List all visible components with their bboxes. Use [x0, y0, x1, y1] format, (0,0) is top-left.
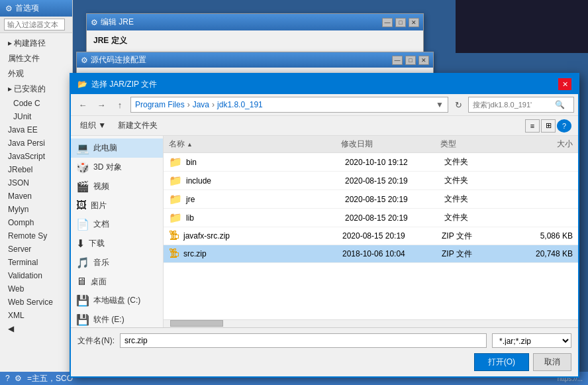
sidebar-item-arrow[interactable]: ◀: [0, 322, 72, 335]
sidebar-item-json[interactable]: JSON: [0, 176, 72, 190]
source-maximize-btn[interactable]: □: [405, 56, 416, 65]
source-minimize-btn[interactable]: —: [392, 56, 403, 65]
folder-icon-lib: 📁: [169, 211, 182, 224]
path-sep-2: ›: [212, 100, 215, 109]
nav-item-video[interactable]: 🎬 视频: [71, 177, 163, 196]
sidebar-item-javascript[interactable]: JavaScript: [0, 150, 72, 163]
sidebar-item-java-ee[interactable]: Java EE: [0, 123, 72, 137]
back-button[interactable]: ←: [75, 97, 91, 112]
nav-item-drive-e[interactable]: 💾 软件 (E:): [71, 310, 163, 327]
sidebar-item-oomph[interactable]: Oomph: [0, 216, 72, 229]
file-name-include: include: [186, 176, 345, 186]
file-type-jre: 文件夹: [444, 193, 511, 205]
source-dialog-title: 源代码连接配置: [91, 54, 146, 66]
sidebar-item-server[interactable]: Server: [0, 243, 72, 256]
view-grid-btn[interactable]: ⊞: [541, 119, 556, 133]
eclipse-filter-input[interactable]: [4, 19, 65, 30]
path-segment-1[interactable]: Program Files: [135, 100, 185, 109]
jre-dialog-title: 编辑 JRE: [101, 17, 134, 28]
sidebar-item-web[interactable]: Web: [0, 282, 72, 296]
sidebar-item-codec[interactable]: Code C: [0, 97, 72, 110]
3d-icon: 🎲: [76, 161, 89, 174]
file-type-lib: 文件夹: [444, 212, 511, 223]
path-dropdown-icon[interactable]: ▼: [436, 100, 444, 109]
filename-input[interactable]: [120, 333, 487, 348]
col-header-name[interactable]: 名称 ▲: [169, 138, 341, 150]
forward-button[interactable]: →: [93, 97, 109, 112]
nav-item-3d[interactable]: 🎲 3D 对象: [71, 158, 163, 177]
sidebar-item-xml[interactable]: XML: [0, 309, 72, 322]
nav-item-documents[interactable]: 📄 文档: [71, 215, 163, 234]
cancel-button[interactable]: 取消: [533, 353, 571, 371]
nav-item-documents-label: 文档: [93, 219, 109, 230]
sidebar-item-maven[interactable]: Maven: [0, 190, 72, 203]
organize-button[interactable]: 组织 ▼: [77, 119, 109, 133]
sidebar-item-installed[interactable]: ▸ 已安装的: [0, 82, 72, 97]
open-button[interactable]: 打开(O): [474, 353, 529, 371]
jre-minimize-btn[interactable]: —: [382, 18, 393, 27]
file-row-jre[interactable]: 📁 jre 2020-08-15 20:19 文件夹: [164, 190, 578, 209]
nav-item-drive-c[interactable]: 💾 本地磁盘 (C:): [71, 291, 163, 310]
col-header-date[interactable]: 修改日期: [341, 138, 440, 150]
file-size-javafx-src: 5,086 KB: [508, 231, 573, 241]
file-dialog-title-left: 📂 选择 JAR/ZIP 文件: [77, 79, 157, 90]
path-segment-3[interactable]: jdk1.8.0_191: [217, 100, 263, 109]
search-input[interactable]: [473, 101, 552, 109]
nav-item-music-label: 音乐: [93, 257, 109, 268]
file-row-lib[interactable]: 📁 lib 2020-08-15 20:19 文件夹: [164, 209, 578, 227]
file-size-src-zip: 20,748 KB: [508, 249, 573, 258]
filetype-select[interactable]: *.jar;*.zip: [492, 333, 571, 348]
sidebar-item-junit[interactable]: JUnit: [0, 110, 72, 123]
nav-item-music[interactable]: 🎵 音乐: [71, 253, 163, 272]
refresh-button[interactable]: ↻: [451, 97, 466, 112]
path-segment-2[interactable]: Java: [193, 100, 209, 109]
nav-item-downloads[interactable]: ⬇ 下载: [71, 234, 163, 253]
sidebar-item-remote[interactable]: Remote Sy: [0, 229, 72, 243]
pictures-icon: 🖼: [76, 199, 87, 211]
sidebar-item-jrebel[interactable]: JRebel: [0, 163, 72, 176]
nav-item-computer[interactable]: 💻 此电脑: [71, 138, 163, 158]
sidebar-item-mylyn[interactable]: Mylyn: [0, 203, 72, 216]
nav-item-drive-e-label: 软件 (E:): [93, 314, 124, 325]
sidebar-item-web-service[interactable]: Web Service: [0, 296, 72, 309]
file-row-src-zip[interactable]: 🗜 src.zip 2018-10-06 10:04 ZIP 文件 20,748…: [164, 245, 578, 263]
help-btn[interactable]: ?: [557, 119, 571, 133]
col-header-size[interactable]: 大小: [507, 138, 573, 150]
sidebar-item-appearance[interactable]: 外观: [0, 66, 72, 82]
jre-close-btn[interactable]: ✕: [409, 18, 419, 27]
nav-item-desktop[interactable]: 🖥 桌面: [71, 272, 163, 291]
filename-label: 文件名(N):: [77, 335, 115, 347]
source-close-btn[interactable]: ✕: [418, 56, 429, 65]
file-date-javafx-src: 2020-08-15 20:19: [342, 231, 442, 241]
file-row-include[interactable]: 📁 include 2020-08-15 20:19 文件夹: [164, 172, 578, 190]
folder-icon-bin: 📁: [169, 156, 182, 168]
question-icon[interactable]: ?: [5, 374, 10, 383]
new-folder-button[interactable]: 新建文件夹: [115, 119, 160, 133]
horizontal-scrollbar[interactable]: [164, 319, 578, 327]
file-list-container: 名称 ▲ 修改日期 类型 大小 📁 bin 2020-10-10 19:12 文…: [164, 136, 578, 327]
settings-icon[interactable]: ⚙: [15, 374, 22, 383]
sidebar-item-terminal[interactable]: Terminal: [0, 256, 72, 269]
nav-item-pictures[interactable]: 🖼 图片: [71, 196, 163, 215]
eclipse-gear-icon: ⚙: [5, 4, 13, 13]
file-row-javafx-src[interactable]: 🗜 javafx-src.zip 2020-08-15 20:19 ZIP 文件…: [164, 227, 578, 245]
folder-icon-include: 📁: [169, 174, 182, 187]
organize-label: 组织 ▼: [80, 120, 106, 131]
action-toolbar: 组织 ▼ 新建文件夹 ≡ ⊞ ?: [71, 116, 578, 136]
file-dialog-close-btn[interactable]: ✕: [558, 78, 571, 90]
file-content-area: 💻 此电脑 🎲 3D 对象 🎬 视频 🖼 图片 📄 文档 ⬇ 下载: [71, 136, 578, 327]
up-button[interactable]: ↑: [112, 97, 128, 112]
sidebar-item-validation[interactable]: Validation: [0, 269, 72, 282]
sidebar-item-properties[interactable]: 属性文件: [0, 51, 72, 66]
file-list: 📁 bin 2020-10-10 19:12 文件夹 📁 include 202…: [164, 153, 578, 319]
eclipse-sidebar-list: ▸ 构建路径 属性文件 外观 ▸ 已安装的 Code C JUnit Java …: [0, 33, 72, 338]
sidebar-item-build-path[interactable]: ▸ 构建路径: [0, 36, 72, 51]
view-icons: ≡ ⊞ ?: [525, 119, 571, 133]
jre-maximize-btn[interactable]: □: [395, 18, 406, 27]
file-row-bin[interactable]: 📁 bin 2020-10-10 19:12 文件夹: [164, 153, 578, 172]
col-header-type[interactable]: 类型: [440, 138, 507, 150]
file-date-jre: 2020-08-15 20:19: [345, 195, 444, 204]
sidebar-item-java-persi[interactable]: Java Persi: [0, 137, 72, 150]
view-list-btn[interactable]: ≡: [525, 119, 540, 133]
file-type-javafx-src: ZIP 文件: [442, 231, 508, 242]
